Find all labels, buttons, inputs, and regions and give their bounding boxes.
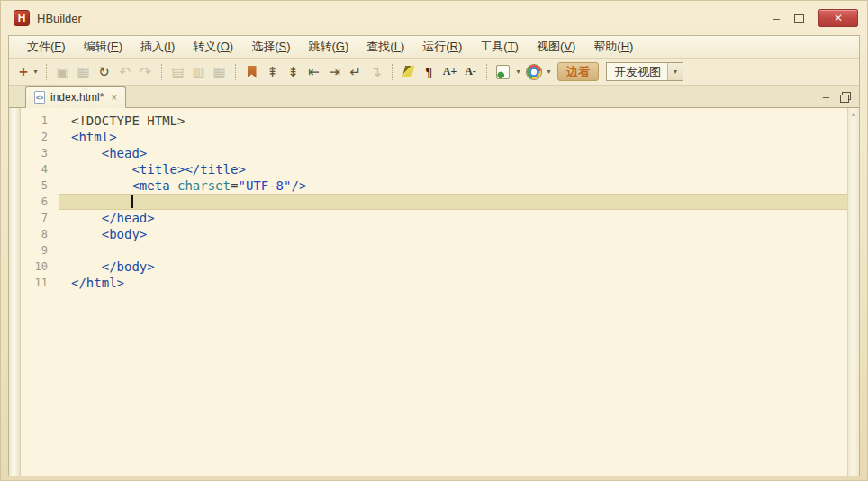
view-select[interactable]: 开发视图▾ bbox=[606, 62, 683, 81]
redo-icon[interactable]: ↷ bbox=[135, 62, 156, 82]
line-content[interactable]: </body> bbox=[59, 259, 847, 275]
close-button[interactable]: ✕ bbox=[818, 9, 858, 27]
toolbar-separator bbox=[46, 64, 47, 80]
toolbar-separator bbox=[161, 64, 162, 80]
line-content[interactable] bbox=[59, 242, 847, 259]
line-content[interactable]: <meta charset="UTF-8"/> bbox=[59, 177, 847, 194]
code-line[interactable]: 4 <title></title> bbox=[21, 161, 847, 177]
html-file-icon: <> bbox=[34, 91, 45, 104]
window-title: HBuilder bbox=[37, 12, 82, 25]
line-number: 6 bbox=[21, 194, 59, 210]
jump-line-start-icon[interactable]: ⇤ bbox=[303, 62, 324, 82]
menu-item-l[interactable]: 查找(L) bbox=[357, 36, 413, 58]
show-paragraph-marks-icon[interactable]: ¶ bbox=[419, 62, 439, 82]
chrome-browser-caret-icon[interactable]: ▾ bbox=[544, 62, 554, 82]
font-decrease-icon[interactable]: A- bbox=[460, 62, 481, 82]
line-content[interactable]: <title></title> bbox=[59, 161, 847, 177]
compress-code-icon[interactable]: ▥ bbox=[188, 62, 209, 82]
revert-file-icon[interactable]: ↻ bbox=[94, 62, 114, 82]
next-edit-position-icon[interactable]: ↴ bbox=[366, 62, 386, 82]
jump-line-end-icon[interactable]: ⇥ bbox=[324, 62, 345, 82]
chrome-browser-icon[interactable] bbox=[523, 62, 544, 82]
code-editor[interactable]: 1<!DOCTYPE HTML>2<html>3 <head>4 <title>… bbox=[21, 108, 847, 476]
view-select-label: 开发视图 bbox=[614, 64, 661, 80]
new-file-icon[interactable]: + bbox=[16, 62, 31, 82]
code-line[interactable]: 3 <head> bbox=[21, 145, 847, 161]
line-number: 4 bbox=[21, 161, 59, 177]
format-code-icon[interactable]: ▤ bbox=[167, 62, 188, 82]
sidebar-splitter[interactable] bbox=[9, 108, 21, 476]
text-cursor bbox=[131, 195, 133, 208]
hbuilder-logo-icon: H bbox=[14, 10, 30, 26]
toolbar-separator bbox=[486, 64, 487, 80]
menu-item-e[interactable]: 编辑(E) bbox=[75, 36, 131, 58]
tab-close-icon[interactable]: × bbox=[111, 92, 116, 103]
title-bar: H HBuilder – ✕ bbox=[1, 1, 867, 33]
code-line[interactable]: 1<!DOCTYPE HTML> bbox=[21, 113, 847, 129]
editor-area: 1<!DOCTYPE HTML>2<html>3 <head>4 <title>… bbox=[9, 108, 859, 476]
menu-item-t[interactable]: 工具(T) bbox=[471, 36, 528, 58]
line-content[interactable]: </html> bbox=[59, 275, 847, 291]
line-content[interactable]: </head> bbox=[59, 210, 847, 226]
save-all-icon[interactable]: ▦ bbox=[73, 62, 94, 82]
highlight-marker-icon[interactable] bbox=[398, 62, 419, 82]
code-line[interactable]: 9 bbox=[21, 242, 847, 259]
line-number: 3 bbox=[21, 145, 59, 161]
toolbar-separator bbox=[392, 64, 393, 80]
menu-item-h[interactable]: 帮助(H) bbox=[584, 36, 642, 58]
line-number: 11 bbox=[21, 275, 59, 291]
new-file-caret-icon[interactable]: ▾ bbox=[31, 62, 41, 82]
menu-bar: 文件(F)编辑(E)插入(I)转义(O)选择(S)跳转(G)查找(L)运行(R)… bbox=[9, 36, 859, 59]
code-line[interactable]: 10 </body> bbox=[21, 259, 847, 275]
save-icon[interactable]: ▣ bbox=[52, 62, 73, 82]
line-content[interactable]: <body> bbox=[59, 226, 847, 242]
line-content[interactable]: <head> bbox=[59, 145, 847, 161]
app-window: H HBuilder – ✕ 文件(F)编辑(E)插入(I)转义(O)选择(S)… bbox=[0, 0, 868, 481]
menu-item-r[interactable]: 运行(R) bbox=[413, 36, 471, 58]
menu-item-g[interactable]: 跳转(G) bbox=[299, 36, 357, 58]
line-number: 8 bbox=[21, 226, 59, 242]
code-line[interactable]: 6 bbox=[21, 194, 847, 210]
tab-index-html[interactable]: <> index.html* × bbox=[25, 86, 126, 108]
code-line[interactable]: 8 <body> bbox=[21, 226, 847, 242]
code-line[interactable]: 7 </head> bbox=[21, 210, 847, 226]
run-browser-caret-icon[interactable]: ▾ bbox=[513, 62, 523, 82]
client-area: 文件(F)编辑(E)插入(I)转义(O)选择(S)跳转(G)查找(L)运行(R)… bbox=[8, 35, 860, 476]
pane-restore-icon[interactable] bbox=[840, 92, 850, 101]
format-selection-icon[interactable]: ▦ bbox=[209, 62, 230, 82]
run-in-browser-icon[interactable] bbox=[493, 62, 513, 82]
prev-bookmark-icon[interactable]: ⇞ bbox=[262, 62, 283, 82]
editor-pane-controls: – bbox=[823, 86, 859, 107]
toolbar-separator bbox=[235, 64, 236, 80]
code-line[interactable]: 5 <meta charset="UTF-8"/> bbox=[21, 177, 847, 194]
bookmark-icon[interactable] bbox=[241, 62, 262, 82]
line-number: 7 bbox=[21, 210, 59, 226]
menu-item-f[interactable]: 文件(F) bbox=[18, 36, 75, 58]
line-content[interactable]: <!DOCTYPE HTML> bbox=[59, 113, 847, 129]
menu-item-o[interactable]: 转义(O) bbox=[184, 36, 242, 58]
line-content[interactable]: <html> bbox=[59, 129, 847, 145]
menu-item-i[interactable]: 插入(I) bbox=[131, 36, 184, 58]
pane-minimize-icon[interactable]: – bbox=[823, 90, 829, 104]
live-view-mode-button[interactable]: 边看 bbox=[557, 62, 599, 81]
undo-icon[interactable]: ↶ bbox=[114, 62, 135, 82]
line-number: 5 bbox=[21, 177, 59, 194]
toolbar: +▾▣▦↻↶↷▤▥▦⇞⇟⇤⇥↵↴¶A+A-▾▾边看开发视图▾ bbox=[9, 59, 859, 86]
vertical-scrollbar[interactable]: ▲ bbox=[847, 108, 859, 476]
minimize-button[interactable]: – bbox=[773, 13, 780, 24]
line-number: 2 bbox=[21, 129, 59, 145]
font-increase-icon[interactable]: A+ bbox=[439, 62, 460, 82]
code-line[interactable]: 11</html> bbox=[21, 275, 847, 291]
line-number: 1 bbox=[21, 113, 59, 129]
maximize-button[interactable] bbox=[794, 14, 804, 23]
scroll-up-icon[interactable]: ▲ bbox=[851, 111, 857, 117]
code-line[interactable]: 2<html> bbox=[21, 129, 847, 145]
last-edit-position-icon[interactable]: ↵ bbox=[345, 62, 366, 82]
window-controls: – ✕ bbox=[773, 9, 858, 27]
menu-item-s[interactable]: 选择(S) bbox=[242, 36, 299, 58]
menu-item-v[interactable]: 视图(V) bbox=[528, 36, 584, 58]
view-select-caret-icon[interactable]: ▾ bbox=[667, 63, 683, 80]
next-bookmark-icon[interactable]: ⇟ bbox=[283, 62, 303, 82]
tab-label: index.html* bbox=[50, 91, 104, 104]
line-content[interactable] bbox=[59, 194, 847, 210]
